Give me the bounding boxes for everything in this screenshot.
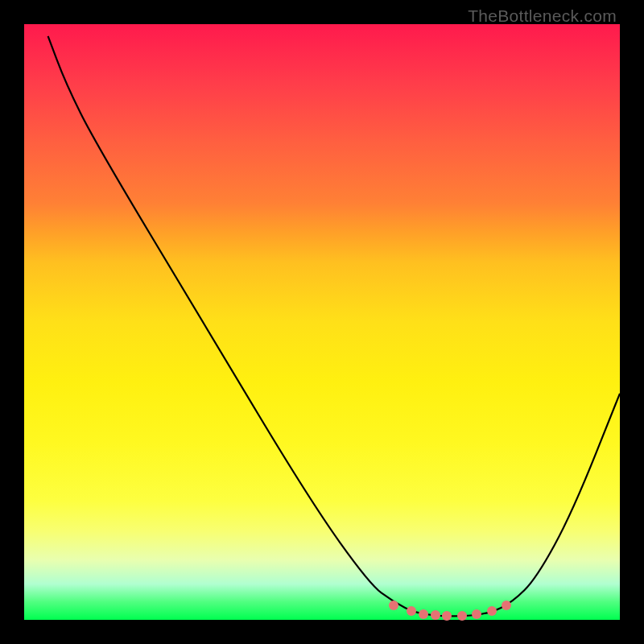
marker-layer: [24, 24, 620, 620]
chart-container: TheBottleneck.com: [0, 0, 644, 644]
optimal-marker: [472, 609, 481, 619]
watermark-text: TheBottleneck.com: [468, 6, 617, 26]
optimal-marker: [431, 610, 440, 620]
optimal-marker: [502, 601, 511, 610]
optimal-marker: [487, 606, 497, 616]
optimal-marker: [457, 611, 467, 621]
optimal-marker: [407, 606, 416, 616]
optimal-marker: [419, 609, 428, 619]
optimal-marker: [389, 601, 398, 610]
optimal-marker: [442, 611, 452, 621]
